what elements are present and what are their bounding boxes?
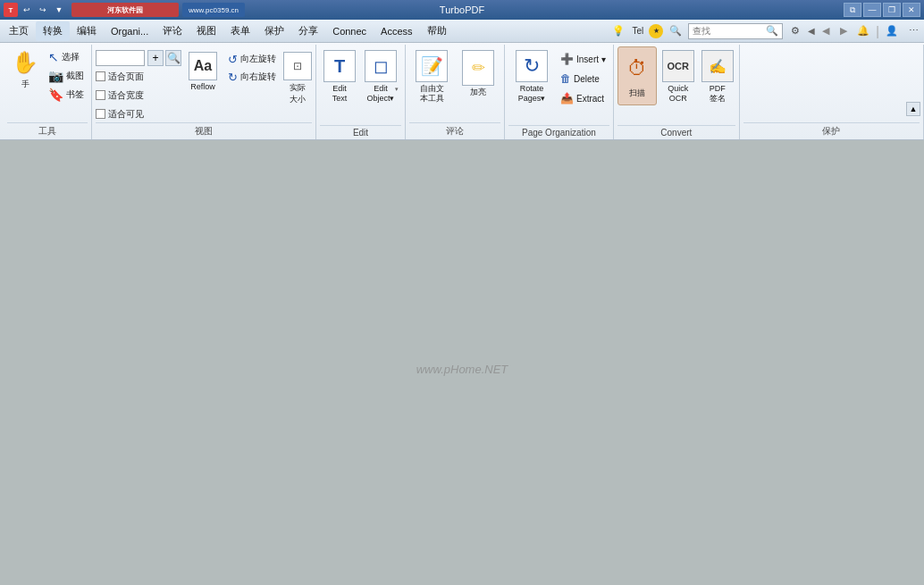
rotate-left-button[interactable]: ↺ 向左旋转	[224, 50, 280, 68]
fit-width-option[interactable]: 适合宽度	[96, 87, 181, 104]
window-controls: ⧉ — ❐ ✕	[844, 3, 920, 17]
ribbon-group-tools: ✋ 手 ↖ 选择 📷 截图 🔖	[4, 45, 92, 139]
window-restore-btn[interactable]: ⧉	[844, 3, 861, 17]
insert-icon: ➕	[560, 53, 574, 65]
pdf-sign-button[interactable]: ✍ PDF签名	[700, 46, 735, 105]
fit-visible-checkbox[interactable]	[96, 109, 105, 119]
fit-visible-option[interactable]: 适合可见	[96, 105, 181, 122]
scan-button[interactable]: ⏱ 扫描	[617, 46, 657, 105]
rotate-pages-button[interactable]: ↻ RotatePages▾	[508, 46, 555, 105]
rotate-right-label: 向右旋转	[240, 71, 276, 83]
menu-edit[interactable]: 编辑	[70, 21, 104, 41]
freetext-tool-button[interactable]: 📝 自由文本工具	[409, 46, 454, 105]
freetext-icon: 📝	[421, 55, 443, 77]
premium-badge[interactable]: ★	[649, 24, 663, 38]
reflow-button[interactable]: Aa Reflow	[185, 48, 221, 107]
main-content-area: www.pHome.NET	[0, 140, 924, 585]
delete-icon: 🗑	[560, 72, 571, 85]
actual-size-icon: ⊡	[293, 60, 302, 72]
screenshot-icon: 📷	[48, 69, 63, 83]
bookmark-button[interactable]: 🔖 书签	[45, 86, 88, 104]
extract-label: Extract	[576, 94, 604, 104]
search-input[interactable]	[693, 26, 764, 36]
menu-access[interactable]: Access	[374, 21, 419, 41]
ribbon-group-comment: 📝 自由文本工具 ✏ 加亮 评论	[406, 45, 505, 139]
delete-button[interactable]: 🗑 Delete	[557, 70, 609, 88]
settings-button[interactable]: ⚙	[786, 23, 804, 39]
menu-convert[interactable]: 转换	[36, 21, 70, 41]
fit-width-checkbox[interactable]	[96, 90, 105, 100]
select-tool-button[interactable]: ↖ 选择	[45, 48, 88, 66]
extract-button[interactable]: 📤 Extract	[557, 89, 609, 107]
nav-prev-button[interactable]: ◀	[819, 23, 833, 39]
quick-access-dropdown[interactable]: ▼	[52, 3, 66, 17]
hand-tool-button[interactable]: ✋ 手	[7, 46, 43, 105]
edit-object-button[interactable]: ◻ EditObject▾	[361, 46, 400, 105]
fit-page-option[interactable]: 适合页面	[96, 68, 181, 85]
ribbon-items-protect	[743, 46, 920, 122]
menu-view[interactable]: 视图	[189, 21, 223, 41]
comment-group-label: 评论	[409, 122, 500, 139]
view-group-label: 视图	[96, 122, 312, 139]
quick-access-toolbar: ↩ ↪ ▼ 河东软件园 www.pc0359.cn	[20, 3, 245, 17]
rotate-pages-label: RotatePages▾	[518, 84, 546, 104]
zoom-out-button[interactable]: 🔍	[165, 50, 181, 66]
user-account-button[interactable]: 👤	[883, 23, 901, 39]
nav-next-button[interactable]: ▶	[836, 23, 851, 39]
fit-page-checkbox[interactable]	[96, 71, 105, 81]
notifications-button[interactable]: 🔔	[854, 23, 872, 39]
ribbon-items-comment: 📝 自由文本工具 ✏ 加亮	[409, 46, 500, 122]
more-options-button[interactable]: ⋯	[904, 23, 922, 39]
hand-icon: ✋	[12, 50, 38, 75]
hand-tool-label: 手	[21, 79, 29, 90]
ribbon-items-convert: ⏱ 扫描 OCR QuickOCR ✍ PDF签名	[617, 46, 735, 125]
edit-object-icon: ◻	[374, 55, 389, 77]
menu-share[interactable]: 分享	[291, 21, 325, 41]
menu-home[interactable]: 主页	[2, 21, 36, 41]
search-scope-icon[interactable]: 🔍	[667, 23, 685, 39]
rotate-column: ↺ 向左旋转 ↻ 向右旋转	[224, 48, 280, 86]
light-bulb-icon[interactable]: 💡	[609, 23, 627, 39]
app-icon: T	[4, 3, 18, 17]
select-label: 选择	[62, 51, 80, 63]
search-icon[interactable]: 🔍	[766, 25, 778, 37]
rotate-right-button[interactable]: ↻ 向右旋转	[224, 68, 280, 86]
close-button[interactable]: ✕	[903, 3, 920, 17]
edit-text-button[interactable]: T EditText	[320, 46, 359, 105]
app-title: TurboPDF	[440, 4, 484, 15]
title-bar-left: T ↩ ↪ ▼ 河东软件园 www.pc0359.cn	[4, 3, 245, 17]
edit-text-label: EditText	[332, 84, 348, 104]
rotate-pages-icon: ↻	[524, 54, 540, 78]
bookmark-icon: 🔖	[48, 88, 63, 102]
ribbon-group-protect: 保护	[740, 45, 924, 139]
fit-page-label: 适合页面	[108, 71, 144, 83]
menu-form[interactable]: 表单	[223, 21, 257, 41]
ribbon-items-pageorg: ↻ RotatePages▾ ➕ Insert ▾ 🗑 Delete	[508, 46, 609, 125]
zoom-in-button[interactable]: +	[147, 50, 164, 66]
ribbon-collapse-button[interactable]: ▲	[906, 102, 920, 116]
highlight-label: 加亮	[470, 88, 486, 97]
screenshot-button[interactable]: 📷 截图	[45, 67, 88, 85]
search-box[interactable]: 🔍	[688, 23, 783, 39]
ribbon-group-edit: T EditText ◻ EditObject▾ Edit	[316, 45, 406, 139]
quick-ocr-button[interactable]: OCR QuickOCR	[660, 46, 696, 105]
redo-button[interactable]: ↪	[36, 3, 50, 17]
menu-help[interactable]: 帮助	[420, 21, 454, 41]
menu-bar: 主页 转换 编辑 Organi... 评论 视图 表单 保护 分享 Connec…	[0, 20, 924, 43]
fit-visible-label: 适合可见	[108, 108, 144, 121]
minimize-button[interactable]: —	[863, 3, 881, 17]
undo-button[interactable]: ↩	[20, 3, 34, 17]
menu-protect[interactable]: 保护	[257, 21, 291, 41]
menu-organize[interactable]: Organi...	[104, 21, 155, 41]
delete-label: Delete	[574, 74, 600, 84]
protect-group-label: 保护	[743, 122, 920, 139]
actual-size-button[interactable]: ⊡	[283, 52, 312, 80]
actual-size-label: 实际大小	[290, 82, 306, 105]
rotate-left-label: 向左旋转	[240, 53, 276, 65]
maximize-button[interactable]: ❐	[883, 3, 901, 17]
insert-button[interactable]: ➕ Insert ▾	[557, 50, 609, 68]
menu-comment[interactable]: 评论	[155, 21, 189, 41]
highlight-tool-button[interactable]: ✏ 加亮	[456, 46, 500, 105]
menu-connect[interactable]: Connec	[325, 21, 374, 41]
ocr-label: QuickOCR	[668, 84, 688, 104]
